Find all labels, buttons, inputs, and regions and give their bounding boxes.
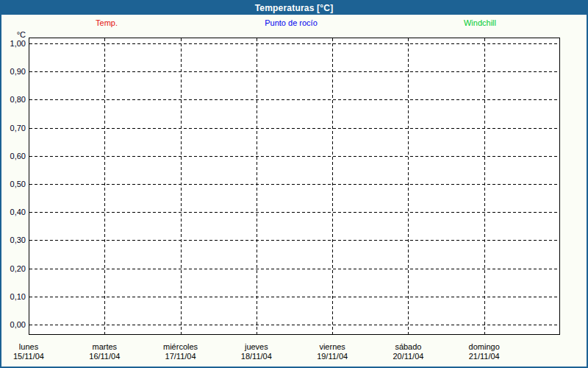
horizontal-gridline (29, 128, 559, 129)
weekday-label: viernes (319, 342, 345, 351)
y-axis-tick-label: 0,20 (1, 263, 26, 274)
date-label: 17/11/04 (146, 352, 215, 361)
date-label: 20/11/04 (373, 352, 442, 361)
horizontal-gridline (29, 99, 559, 100)
horizontal-gridline (29, 325, 559, 325)
horizontal-gridline (29, 269, 559, 269)
chart-title: Temperaturas [°C] (255, 3, 334, 13)
y-axis-tick-label: 0,30 (1, 235, 26, 245)
y-axis-tick-label: 1,00 (1, 38, 26, 49)
y-axis-tick-label: 0,70 (1, 123, 26, 133)
y-axis-tick-label: 0,40 (1, 207, 26, 217)
x-axis-day-label: miércoles17/11/04 (146, 342, 215, 361)
date-label: 15/11/04 (0, 352, 63, 361)
horizontal-gridline (29, 71, 559, 72)
x-axis-day-label: jueves18/11/04 (222, 342, 291, 361)
y-axis-tick-label: 0,80 (1, 94, 26, 105)
legend-item: Windchill (414, 18, 546, 28)
chart-title-bar: Temperaturas [°C] (1, 1, 587, 15)
horizontal-gridline (29, 212, 559, 213)
horizontal-gridline (29, 43, 559, 44)
y-axis-tick-label: 0,10 (1, 291, 26, 302)
temperature-chart-panel: Temperaturas [°C] Temp.Punto de rocíoWin… (0, 0, 588, 368)
vertical-gridline (332, 38, 333, 334)
weekday-label: domingo (469, 342, 500, 351)
weekday-label: miércoles (163, 342, 198, 351)
x-axis-day-label: viernes19/11/04 (298, 342, 367, 361)
vertical-gridline (484, 38, 485, 334)
weekday-label: lunes (19, 342, 38, 351)
vertical-gridline (181, 38, 182, 334)
date-label: 18/11/04 (222, 352, 291, 361)
x-axis-day-label: domingo21/11/04 (450, 342, 519, 361)
vertical-gridline (257, 38, 257, 334)
legend-item: Temp. (40, 18, 173, 28)
y-axis-tick-label: 0,90 (1, 66, 26, 77)
horizontal-gridline (29, 184, 559, 185)
x-axis-day-label: martes16/11/04 (70, 342, 139, 361)
y-axis-tick-label: 0,50 (1, 179, 26, 189)
horizontal-gridline (29, 297, 559, 297)
horizontal-gridline (29, 156, 559, 157)
y-axis-tick-label: 0,00 (1, 319, 26, 330)
x-axis-day-label: lunes15/11/04 (0, 342, 63, 361)
weekday-label: jueves (245, 342, 268, 351)
horizontal-gridline (29, 240, 559, 241)
legend-item: Punto de rocío (225, 18, 357, 28)
weekday-label: sábado (395, 342, 421, 351)
date-label: 19/11/04 (298, 352, 367, 361)
date-label: 16/11/04 (70, 352, 139, 361)
x-axis-day-label: sábado20/11/04 (373, 342, 442, 361)
vertical-gridline (408, 38, 409, 334)
weekday-label: martes (92, 342, 117, 351)
vertical-gridline (104, 38, 105, 334)
plot-area (29, 38, 560, 335)
date-label: 21/11/04 (450, 352, 519, 361)
y-axis-tick-label: 0,60 (1, 151, 26, 161)
